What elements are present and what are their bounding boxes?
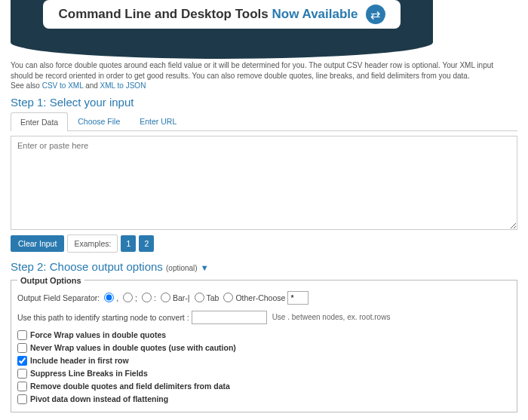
- example-1-button[interactable]: 1: [121, 235, 136, 252]
- sep-bar-radio[interactable]: [161, 293, 170, 302]
- tab-enter-data[interactable]: Enter Data: [11, 112, 68, 131]
- output-options-legend: Output Options: [17, 276, 84, 285]
- swap-arrow-icon: ⇄: [366, 5, 385, 24]
- banner-text: Command Line and Desktop Tools Now Avail…: [58, 7, 358, 22]
- clear-input-button[interactable]: Clear Input: [11, 235, 64, 252]
- link-xml-to-json[interactable]: XML to JSON: [100, 81, 146, 90]
- input-buttons-row: Clear Input Examples: 1 2: [11, 235, 517, 253]
- chevron-down-icon: ▼: [201, 263, 209, 272]
- data-input[interactable]: [11, 136, 517, 230]
- step2-title-text: Step 2: Choose output options: [11, 260, 166, 273]
- chk-suppress-row[interactable]: Suppress Line Breaks in Fields: [17, 369, 511, 379]
- banner-text-a: Command Line and Desktop Tools: [58, 7, 272, 21]
- sep-comma-radio[interactable]: [104, 293, 114, 302]
- sep-tab-label: Tab: [207, 293, 219, 302]
- separator-row: Output Field Separator: , ; : Bar-| Tab …: [17, 291, 511, 305]
- sep-semi-radio[interactable]: [123, 293, 133, 302]
- sep-comma-label: ,: [116, 293, 118, 302]
- chk-force[interactable]: [17, 330, 27, 340]
- chk-force-label: Force Wrap values in double quotes: [30, 330, 166, 339]
- promo-banner: Command Line and Desktop Tools Now Avail…: [11, 0, 433, 42]
- path-label: Use this path to identify starting node …: [17, 313, 189, 322]
- chk-pivot-row[interactable]: Pivot data down instead of flattening: [17, 394, 511, 404]
- banner-text-b: Now Available: [272, 7, 358, 21]
- tab-enter-url[interactable]: Enter URL: [130, 112, 186, 130]
- example-2-button[interactable]: 2: [139, 235, 154, 252]
- sep-colon-label: :: [154, 293, 156, 302]
- chk-pivot-label: Pivot data down instead of flattening: [30, 394, 168, 403]
- path-hint: Use . between nodes, ex. root.rows: [272, 313, 391, 321]
- promo-banner-inner[interactable]: Command Line and Desktop Tools Now Avail…: [43, 0, 400, 29]
- step3-title: Step 3: Generate output: [0, 417, 528, 421]
- chk-force-row[interactable]: Force Wrap values in double quotes: [17, 330, 511, 340]
- path-row: Use this path to identify starting node …: [17, 311, 511, 324]
- sep-other-label: Other-Choose: [235, 293, 285, 302]
- chk-suppress-label: Suppress Line Breaks in Fields: [30, 369, 148, 378]
- chk-never-row[interactable]: Never Wrap values in double quotes (use …: [17, 343, 511, 353]
- chk-remove[interactable]: [17, 382, 27, 391]
- link-csv-to-xml[interactable]: CSV to XML: [42, 81, 84, 90]
- path-input[interactable]: [192, 311, 267, 324]
- chk-never-label: Never Wrap values in double quotes (use …: [30, 343, 236, 352]
- intro-mid: and: [85, 81, 100, 90]
- examples-label: Examples:: [67, 235, 118, 253]
- step1-title: Step 1: Select your input: [0, 91, 528, 112]
- chk-never[interactable]: [17, 343, 27, 353]
- chk-header-label: Include header in first row: [30, 356, 129, 365]
- chk-pivot[interactable]: [17, 394, 27, 404]
- intro-prefix: See also: [11, 81, 42, 90]
- sep-other-radio[interactable]: [223, 293, 233, 302]
- step2-optional: (optional): [166, 264, 198, 272]
- intro-line1: You can also force double quotes around …: [11, 61, 493, 80]
- chk-header-row[interactable]: Include header in first row: [17, 356, 511, 366]
- separator-label: Output Field Separator:: [17, 293, 100, 302]
- output-options-fieldset: Output Options Output Field Separator: ,…: [11, 276, 517, 412]
- banner-curve: [11, 42, 433, 59]
- sep-colon-radio[interactable]: [142, 293, 152, 302]
- sep-bar-label: Bar-|: [173, 293, 190, 302]
- chk-remove-label: Remove double quotes and field delimiter…: [30, 382, 230, 391]
- step2-title[interactable]: Step 2: Choose output options (optional)…: [0, 256, 528, 276]
- sep-tab-radio[interactable]: [195, 293, 204, 302]
- chk-remove-row[interactable]: Remove double quotes and field delimiter…: [17, 382, 511, 391]
- chk-header[interactable]: [17, 356, 27, 366]
- intro-text: You can also force double quotes around …: [0, 60, 528, 91]
- sep-other-input[interactable]: [287, 291, 309, 305]
- sep-semi-label: ;: [135, 293, 137, 302]
- input-area: [11, 136, 517, 231]
- tab-choose-file[interactable]: Choose File: [68, 112, 130, 130]
- input-tabs: Enter Data Choose File Enter URL: [11, 112, 517, 131]
- chk-suppress[interactable]: [17, 369, 27, 379]
